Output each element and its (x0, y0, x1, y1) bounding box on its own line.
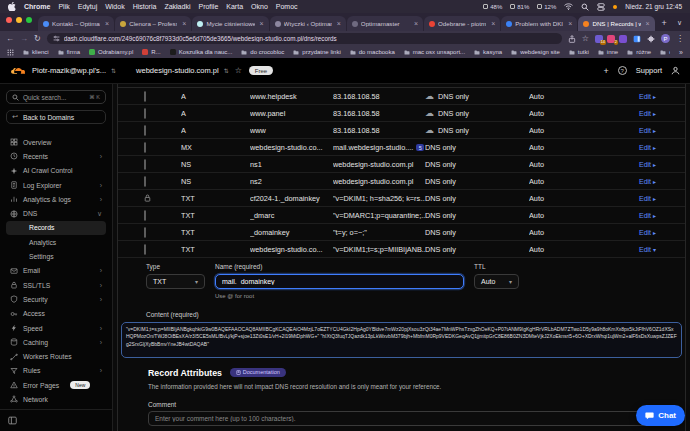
row-checkbox[interactable] (144, 210, 146, 221)
domain-switcher[interactable]: webdesign-studio.com.pl ⇅ (136, 66, 228, 75)
tab-close-icon[interactable]: × (258, 20, 264, 27)
edit-record-button[interactable]: Edit▸ (639, 127, 685, 134)
sidebar-item-speed[interactable]: Speed› (6, 321, 106, 335)
tab-close-icon[interactable]: × (412, 20, 418, 27)
menubar-item-pomoc[interactable]: Pomoc (276, 3, 298, 10)
sidebar-item-workers-routes[interactable]: Workers Routes (6, 349, 106, 363)
spotlight-search-icon[interactable] (581, 3, 589, 11)
menubar-item-profile[interactable]: Profile (198, 3, 218, 10)
tab-close-icon[interactable]: × (335, 20, 341, 27)
ext-purple-icon[interactable]: 14 (595, 35, 603, 43)
sidebar-item-network[interactable]: Network (6, 392, 106, 406)
ttl-select[interactable]: Auto ▾ (474, 274, 519, 289)
apple-icon[interactable] (8, 2, 16, 11)
tab-close-icon[interactable]: × (103, 20, 109, 27)
browser-tab[interactable]: Clenora – Professio× (115, 16, 191, 31)
sidebar-item-dns[interactable]: DNS∨ (6, 206, 106, 220)
bookmark-item[interactable]: firma (58, 49, 80, 55)
bookmark-item[interactable]: do macbooka (350, 49, 395, 55)
collapse-sidebar-icon[interactable] (8, 416, 17, 425)
back-icon[interactable]: ← (6, 35, 14, 43)
browser-tab[interactable]: Mycie ciśnieniowe× (192, 16, 268, 31)
control-center-icon[interactable] (597, 3, 605, 11)
menubar-item-karta[interactable]: Karta (226, 3, 243, 10)
sidebar-item-email[interactable]: Email› (6, 264, 106, 278)
extensions-puzzle-icon[interactable] (647, 35, 655, 43)
ext-ublock-icon[interactable] (619, 35, 627, 43)
browser-tab[interactable]: Wtyczki ‹ Optimam× (270, 16, 346, 31)
sidebar-item-ai-crawl-control[interactable]: AI Crawl Control (6, 164, 106, 178)
row-checkbox[interactable] (144, 227, 146, 238)
bookmark-item[interactable]: klienci (23, 49, 49, 55)
user-icon[interactable] (671, 66, 680, 75)
menubar-item-edytuj[interactable]: Edytuj (78, 3, 97, 10)
address-bar[interactable]: dash.cloudflare.com/249c69076c8f7933d0c5… (47, 33, 562, 44)
support-menu[interactable]: Support (636, 66, 662, 75)
row-checkbox[interactable] (144, 142, 146, 153)
sidebar-item-settings[interactable]: Settings (6, 249, 106, 263)
sidebar-item-error-pages[interactable]: Error PagesNew (6, 378, 106, 392)
row-checkbox[interactable] (144, 176, 146, 187)
bookmark-item[interactable]: webdesign site (511, 49, 560, 55)
sidebar-item-ssl-tls[interactable]: SSL/TLS› (6, 278, 106, 292)
row-checkbox[interactable] (144, 159, 146, 170)
tab-search-chevron-icon[interactable]: ∨ (673, 19, 686, 31)
reload-icon[interactable]: ↻ (34, 35, 41, 43)
row-checkbox[interactable] (144, 244, 146, 255)
edit-record-button[interactable]: Edit▸ (639, 144, 685, 151)
account-switcher[interactable]: Piotr-mazik@wp.pl's... ⇅ (32, 66, 129, 75)
edit-record-button[interactable]: Edit▸ (639, 229, 685, 236)
bookmark-star-icon[interactable]: ☆ (582, 35, 589, 43)
browser-menu-kebab-icon[interactable]: ⋮ (676, 35, 684, 43)
sidebar-item-overview[interactable]: Overview (6, 135, 106, 149)
sidebar-item-recents[interactable]: Recents› (6, 149, 106, 163)
bookmark-item[interactable]: inne (598, 49, 618, 55)
sidebar-item-access[interactable]: Access (6, 307, 106, 321)
menubar-item-chrome[interactable]: Chrome (24, 3, 50, 10)
bookmark-item[interactable]: R... (142, 49, 160, 55)
sidebar-item-log-explorer[interactable]: Log Explorer› (6, 178, 106, 192)
browser-tab[interactable]: Kontakt – Optimam× (38, 16, 114, 31)
zoom-window-button[interactable] (26, 17, 32, 23)
browser-tab[interactable]: DNS | Records | we× (578, 16, 654, 31)
row-checkbox[interactable] (144, 125, 146, 136)
edit-record-button[interactable]: Edit▸ (639, 110, 685, 117)
bookmark-item[interactable]: kasyna (474, 49, 502, 55)
menubar-item-widok[interactable]: Widok (105, 3, 124, 10)
name-field[interactable] (215, 274, 464, 289)
share-icon[interactable] (568, 35, 576, 43)
chat-button[interactable]: Chat (636, 405, 685, 426)
sidebar-item-records[interactable]: Records (6, 221, 106, 235)
wifi-icon[interactable] (564, 3, 573, 10)
edit-record-button[interactable]: Edit▸ (639, 93, 685, 100)
menubar-item-historia[interactable]: Historia (133, 3, 157, 10)
help-icon[interactable]: ? (618, 66, 627, 75)
edit-record-button[interactable]: Edit▸ (639, 212, 685, 219)
edit-record-button[interactable]: Edit▸ (639, 178, 685, 185)
cloudflare-logo-icon[interactable] (10, 67, 25, 75)
profile-avatar[interactable]: P (661, 34, 670, 43)
row-checkbox[interactable] (144, 91, 146, 102)
edit-record-button[interactable]: Edit▸ (639, 161, 685, 168)
tab-close-icon[interactable]: × (489, 20, 495, 27)
browser-tab[interactable]: Problem with DKIM× (501, 16, 577, 31)
edit-record-button[interactable]: Edit▾ (639, 246, 685, 253)
bookmark-item[interactable]: przydatne linki (293, 49, 340, 55)
sidebar-item-rules[interactable]: Rules› (6, 364, 106, 378)
ext-pink-icon[interactable]: 2 (607, 35, 615, 43)
bookmark-item[interactable]: do linuxa (660, 49, 670, 55)
menubar-item-okno[interactable]: Okno (251, 3, 268, 10)
tab-close-icon[interactable]: × (180, 20, 186, 27)
close-window-button[interactable] (6, 17, 12, 23)
favorite-domain-star-icon[interactable]: ☆ (235, 66, 242, 75)
bookmark-item[interactable]: Koszulka dla nauc... (170, 49, 233, 55)
bookmark-item[interactable]: mac osx unsaport... (404, 49, 465, 55)
sidebar-item-analytics[interactable]: Analytics (6, 235, 106, 249)
add-site-button[interactable]: + (603, 66, 608, 76)
minimize-window-button[interactable] (16, 17, 22, 23)
menubar-item-zakładki[interactable]: Zakładki (164, 3, 190, 10)
tab-close-icon[interactable]: × (644, 20, 650, 27)
side-panel-icon[interactable] (633, 35, 641, 43)
type-select[interactable]: TXT ▾ (146, 274, 205, 289)
tab-close-icon[interactable]: × (566, 20, 572, 27)
